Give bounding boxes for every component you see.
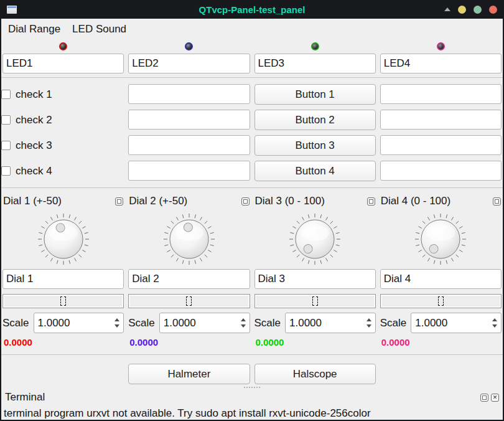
spin-up-icon[interactable] (114, 318, 119, 321)
float-dock-icon[interactable] (493, 197, 501, 206)
check-3[interactable]: check 3 (2, 135, 124, 156)
button-4[interactable]: Button 4 (254, 161, 376, 181)
button-2[interactable]: Button 2 (254, 110, 376, 130)
dial-name-row: Dial 1 Dial 2 Dial 3 Dial 4 (1, 269, 503, 289)
dial-3-name-field[interactable]: Dial 3 (254, 269, 376, 289)
app-window: QTvcp-Panel-test_panel Dial Range LED So… (0, 0, 504, 421)
spinner-arrows[interactable] (111, 313, 123, 333)
check-4-label: check 4 (16, 165, 52, 177)
entry-1[interactable] (128, 84, 250, 104)
dial-knob-row (1, 210, 503, 268)
led-indicator-row (1, 39, 503, 54)
terminal-title: Terminal (5, 391, 45, 404)
terminal-message: terminal program urxvt not available. Tr… (1, 405, 503, 420)
menubar: Dial Range LED Sound (1, 19, 503, 39)
spin-down-icon[interactable] (492, 324, 497, 328)
float-dock-icon[interactable] (480, 394, 488, 402)
scale-4-spinbox[interactable]: 1.0000 (411, 313, 502, 333)
dial-1-knob[interactable] (2, 210, 124, 268)
dial-1-readout: 0.0000 (2, 337, 124, 351)
dial-4-knob[interactable] (380, 210, 502, 268)
checkbox-1[interactable] (1, 90, 11, 99)
missing-glyph-box (438, 296, 444, 306)
scale-2-value[interactable]: 1.0000 (160, 313, 237, 333)
scale-1-value[interactable]: 1.0000 (34, 313, 111, 333)
entry-2[interactable] (128, 110, 250, 130)
close-dock-icon[interactable] (491, 394, 499, 402)
led-indicator-3 (311, 42, 319, 50)
check-4[interactable]: check 4 (2, 161, 124, 181)
missing-glyph-box (60, 296, 66, 306)
spin-up-icon[interactable] (366, 318, 371, 321)
readout-row: 0.0000 0.0000 0.0000 0.0000 (1, 337, 503, 351)
dial-3-knob[interactable] (254, 210, 376, 268)
led1-name-field[interactable]: LED1 (2, 54, 124, 73)
scale-2-spinbox[interactable]: 1.0000 (159, 313, 250, 333)
check-1[interactable]: check 1 (2, 84, 124, 105)
led2-name-field[interactable]: LED2 (128, 54, 250, 73)
entry-3[interactable] (128, 135, 250, 155)
check-3-label: check 3 (16, 140, 52, 152)
spin-down-icon[interactable] (366, 324, 371, 328)
hal-bar-3 (254, 294, 376, 308)
dial-1-name-field[interactable]: Dial 1 (2, 269, 124, 289)
button-3[interactable]: Button 3 (254, 135, 376, 156)
result-1[interactable] (380, 84, 502, 104)
spin-up-icon[interactable] (492, 318, 497, 321)
spinner-arrows[interactable] (237, 313, 250, 333)
dial-2-knob[interactable] (128, 210, 250, 268)
dial-2-name-field[interactable]: Dial 2 (128, 269, 250, 289)
spinner-arrows[interactable] (488, 313, 501, 333)
led4-name-field[interactable]: LED4 (380, 54, 502, 73)
checkbox-4[interactable] (1, 166, 11, 176)
led3-name-field[interactable]: LED3 (254, 54, 376, 73)
dial-2-readout: 0.0000 (128, 337, 250, 351)
dial-4-readout: 0.0000 (380, 337, 502, 351)
hal-bar-4 (380, 294, 502, 308)
check-button-section: check 1 Button 1 check 2 Button 2 check … (1, 82, 503, 184)
hal-bar-2 (128, 294, 250, 308)
dial-4-label: Dial 4 (0 - 100) (381, 195, 450, 207)
spin-down-icon[interactable] (114, 324, 119, 328)
window-title: QTvcp-Panel-test_panel (1, 4, 503, 15)
dial-2-label: Dial 2 (+-50) (129, 195, 187, 207)
spin-up-icon[interactable] (241, 318, 246, 321)
spinner-arrows[interactable] (363, 313, 375, 333)
result-3[interactable] (380, 135, 502, 155)
scale-4-value[interactable]: 1.0000 (411, 313, 488, 333)
missing-glyph-box (186, 296, 192, 306)
hal-bar-row (1, 294, 503, 308)
scale-2-label: Scale (128, 317, 155, 329)
halscope-button[interactable]: Halscope (254, 364, 376, 384)
titlebar[interactable]: QTvcp-Panel-test_panel (1, 0, 503, 19)
terminal-dock-header: Terminal (1, 389, 503, 405)
float-dock-icon[interactable] (115, 197, 123, 206)
splitter-handle[interactable] (244, 387, 260, 388)
checkbox-2[interactable] (1, 115, 11, 125)
minimize-button[interactable] (458, 6, 466, 14)
checkbox-3[interactable] (1, 141, 11, 150)
spin-down-icon[interactable] (241, 324, 246, 328)
button-1[interactable]: Button 1 (254, 84, 376, 105)
entry-4[interactable] (128, 161, 250, 181)
maximize-button[interactable] (474, 6, 482, 14)
halmeter-button[interactable]: Halmeter (128, 364, 250, 384)
menu-dial-range[interactable]: Dial Range (4, 22, 65, 37)
hal-tools-row: Halmeter Halscope (1, 364, 503, 384)
window-icon (7, 6, 17, 14)
float-dock-icon[interactable] (241, 197, 250, 206)
separator (1, 187, 503, 188)
dial-4-name-field[interactable]: Dial 4 (380, 269, 502, 289)
scale-3-spinbox[interactable]: 1.0000 (285, 313, 376, 333)
float-dock-icon[interactable] (367, 197, 375, 206)
close-button[interactable] (489, 6, 497, 14)
led-name-row: LED1 LED2 LED3 LED4 (1, 54, 503, 73)
scale-1-label: Scale (2, 317, 29, 329)
check-2[interactable]: check 2 (2, 110, 124, 130)
result-2[interactable] (380, 110, 502, 130)
shade-icon[interactable] (444, 7, 450, 11)
menu-led-sound[interactable]: LED Sound (68, 22, 131, 37)
result-4[interactable] (380, 161, 502, 181)
scale-3-value[interactable]: 1.0000 (286, 313, 363, 333)
scale-1-spinbox[interactable]: 1.0000 (34, 313, 124, 333)
